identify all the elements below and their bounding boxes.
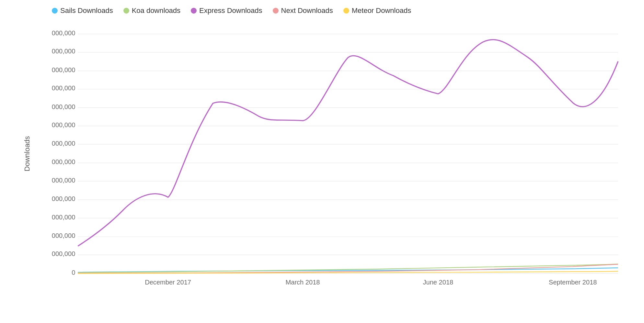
koa-legend-dot <box>123 8 129 14</box>
y-tick-8m: 8,000,000 <box>52 195 75 202</box>
y-tick-2m: 2,000,000 <box>52 251 75 258</box>
y-tick-26m: 26,000,000 <box>52 29 75 37</box>
x-tick-mar2018: March 2018 <box>286 279 320 286</box>
y-tick-18m: 18,000,000 <box>52 103 75 110</box>
express-legend-label: Express Downloads <box>199 6 262 15</box>
meteor-legend-label: Meteor Downloads <box>352 6 411 15</box>
next-legend-dot <box>273 8 279 14</box>
meteor-legend-dot <box>343 8 349 14</box>
sails-legend-label: Sails Downloads <box>60 6 113 15</box>
y-tick-4m: 4,000,000 <box>52 232 75 239</box>
chart-legend: Sails Downloads Koa downloads Express Do… <box>52 6 625 15</box>
y-tick-6m: 6,000,000 <box>52 214 75 221</box>
y-tick-22m: 22,000,000 <box>52 66 75 73</box>
y-tick-0: 0 <box>72 269 75 276</box>
main-chart-svg: 26,000,000 24,000,000 22,000,000 20,000,… <box>52 21 625 286</box>
next-legend-label: Next Downloads <box>281 6 333 15</box>
x-tick-sep2018: September 2018 <box>549 279 597 286</box>
y-tick-16m: 16,000,000 <box>52 121 75 128</box>
legend-item-next: Next Downloads <box>273 6 333 15</box>
x-tick-dec2017: December 2017 <box>145 279 191 286</box>
y-tick-20m: 20,000,000 <box>52 85 75 92</box>
legend-item-express: Express Downloads <box>191 6 262 15</box>
y-tick-10m: 10,000,000 <box>52 177 75 184</box>
y-axis-label: Downloads <box>23 136 31 172</box>
y-tick-14m: 14,000,000 <box>52 140 75 147</box>
y-tick-24m: 24,000,000 <box>52 48 75 55</box>
legend-item-meteor: Meteor Downloads <box>343 6 411 15</box>
y-tick-12m: 12,000,000 <box>52 158 75 165</box>
legend-item-sails: Sails Downloads <box>52 6 113 15</box>
legend-item-koa: Koa downloads <box>123 6 180 15</box>
sails-legend-dot <box>52 8 58 14</box>
chart-container: Sails Downloads Koa downloads Express Do… <box>0 0 644 323</box>
express-line <box>78 40 618 246</box>
koa-legend-label: Koa downloads <box>132 6 180 15</box>
express-legend-dot <box>191 8 197 14</box>
x-tick-jun2018: June 2018 <box>423 279 454 286</box>
